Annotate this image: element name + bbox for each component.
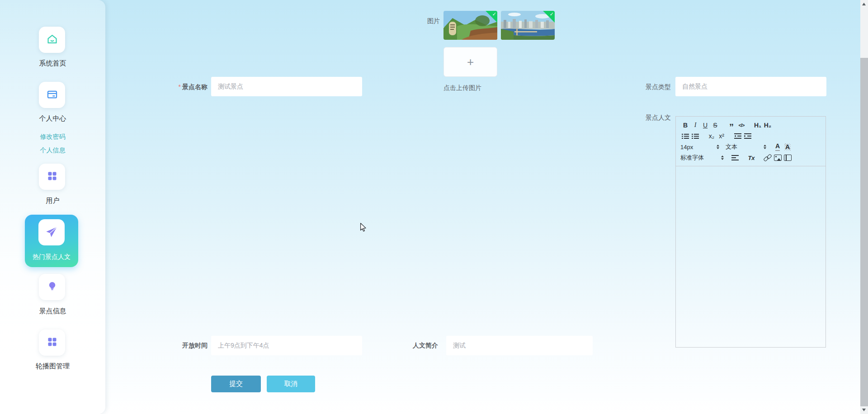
home-icon (46, 33, 58, 47)
indent-icon (744, 133, 751, 139)
grid-icon (46, 170, 58, 184)
ordered-list-button[interactable] (680, 131, 690, 141)
italic-button[interactable]: I (690, 120, 700, 130)
updown-arrows-icon (717, 145, 719, 149)
code-block-button[interactable]: </> (736, 120, 746, 130)
background-color-button[interactable]: A (783, 142, 793, 152)
image-icon (774, 155, 782, 161)
scroll-down-arrow-icon[interactable] (862, 409, 866, 411)
mouse-cursor (359, 222, 368, 234)
sidebar-item-hot-scenic-culture-label: 热门景点人文 (25, 253, 78, 261)
bank-card-icon (46, 88, 58, 102)
text-color-button[interactable]: A (773, 142, 783, 152)
subscript-button[interactable]: x₂ (707, 131, 717, 141)
header-1-button[interactable]: H₁ (753, 120, 763, 130)
strikethrough-button[interactable]: S (710, 120, 720, 130)
text-color-icon: A (775, 143, 780, 151)
scenic-culture-label: 景点人文 (635, 113, 671, 122)
toolbar-row-2: x₂ x² (680, 131, 823, 141)
grid-icon (46, 336, 58, 350)
submit-button[interactable]: 提交 (211, 376, 261, 392)
underline-button[interactable]: U (700, 120, 710, 130)
intro-input[interactable] (446, 336, 593, 355)
header-value: 文本 (726, 143, 737, 151)
paper-plane-icon (38, 219, 65, 245)
open-time-input[interactable] (211, 336, 362, 355)
sidebar-item-scenic-info-label[interactable]: 景点信息 (0, 306, 105, 315)
blockquote-button[interactable]: ” (726, 118, 736, 132)
toolbar-row-4: 标准字体 Tx (680, 152, 823, 163)
required-asterisk: * (179, 83, 181, 90)
uploaded-image-city[interactable]: ✓ (501, 11, 555, 40)
uploaded-image-mountain[interactable]: ✓ (443, 11, 497, 40)
updown-arrows-icon (764, 145, 766, 149)
sidebar-item-profile[interactable] (39, 82, 65, 108)
sidebar-item-profile-label[interactable]: 个人中心 (0, 114, 105, 123)
updown-arrows-icon (721, 155, 724, 160)
rich-text-editor: B I U S ” </> H₁ H₂ x₂ x² 14px (675, 116, 826, 348)
sidebar: 系统首页 个人中心 修改密码 个人信息 用户 热门景点人文 景点信息 (0, 0, 105, 414)
check-icon: ✓ (550, 11, 554, 17)
insert-link-button[interactable] (763, 153, 773, 163)
font-size-value: 14px (680, 144, 693, 151)
font-family-value: 标准字体 (680, 154, 704, 162)
outdent-button[interactable] (733, 131, 743, 141)
link-icon (764, 154, 772, 161)
sidebar-link-change-password[interactable]: 修改密码 (0, 132, 105, 141)
intro-label: 人文简介 (402, 341, 438, 350)
scroll-up-arrow-icon[interactable] (862, 3, 866, 5)
toolbar-row-3: 14px 文本 A A (680, 141, 823, 152)
align-button[interactable] (730, 153, 740, 163)
upload-image-button[interactable]: + (443, 47, 497, 77)
check-icon: ✓ (492, 11, 496, 17)
indent-button[interactable] (743, 131, 753, 141)
bullet-list-button[interactable] (690, 131, 700, 141)
scenic-name-label-text: 景点名称 (182, 83, 208, 90)
plus-icon: + (467, 55, 474, 69)
header-select[interactable]: 文本 (726, 142, 766, 152)
toolbar-row-1: B I U S ” </> H₁ H₂ (680, 120, 823, 131)
outdent-icon (734, 133, 741, 139)
scrollbar[interactable] (860, 0, 868, 414)
open-time-label: 开放时间 (167, 341, 208, 350)
sidebar-item-carousel-label[interactable]: 轮播图管理 (0, 362, 105, 371)
bold-button[interactable]: B (680, 120, 690, 130)
upload-hint: 点击上传图片 (443, 84, 481, 92)
sidebar-item-home[interactable] (39, 27, 65, 53)
sidebar-item-users[interactable] (39, 164, 65, 190)
scenic-name-input[interactable] (211, 77, 362, 96)
scenic-type-input[interactable] (675, 77, 826, 96)
scenic-name-label: *景点名称 (162, 82, 208, 91)
editor-toolbar: B I U S ” </> H₁ H₂ x₂ x² 14px (676, 117, 826, 166)
align-icon (731, 155, 739, 160)
scenic-type-label: 景点类型 (635, 82, 671, 91)
image-label: 图片 (408, 16, 440, 25)
sidebar-item-hot-scenic-culture[interactable]: 热门景点人文 (25, 215, 78, 267)
font-size-select[interactable]: 14px (680, 142, 719, 152)
bullet-list-icon (692, 133, 699, 139)
insert-image-button[interactable] (773, 153, 783, 163)
scrollbar-thumb[interactable] (860, 58, 868, 406)
sidebar-item-scenic-info[interactable] (39, 274, 65, 300)
sidebar-item-carousel[interactable] (39, 329, 65, 356)
font-family-select[interactable]: 标准字体 (680, 153, 724, 163)
editor-content-area[interactable] (676, 166, 826, 343)
header-2-button[interactable]: H₂ (763, 120, 773, 130)
cancel-button[interactable]: 取消 (267, 376, 315, 392)
sidebar-link-personal-info[interactable]: 个人信息 (0, 146, 105, 155)
sidebar-item-home-label[interactable]: 系统首页 (0, 59, 105, 68)
sidebar-item-users-label[interactable]: 用户 (0, 196, 105, 205)
lightbulb-icon (46, 280, 58, 294)
page: 系统首页 个人中心 修改密码 个人信息 用户 热门景点人文 景点信息 (0, 0, 868, 414)
video-icon (784, 155, 792, 161)
superscript-button[interactable]: x² (717, 131, 726, 141)
clear-format-button[interactable]: Tx (746, 153, 756, 163)
insert-video-button[interactable] (783, 153, 793, 163)
background-color-icon: A (784, 143, 791, 151)
ordered-list-icon (682, 133, 689, 139)
